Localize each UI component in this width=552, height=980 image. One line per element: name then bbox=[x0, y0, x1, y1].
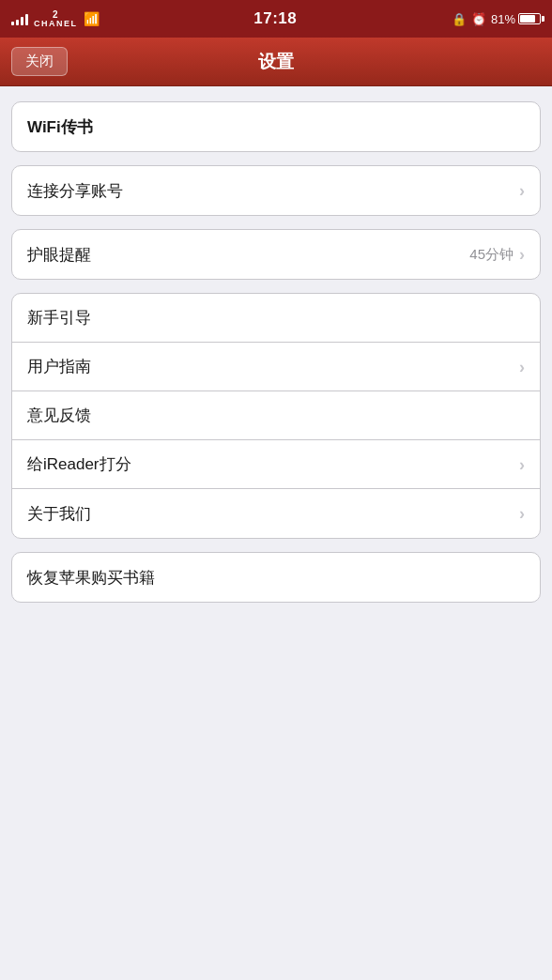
label-restore-purchases: 恢复苹果购买书籍 bbox=[27, 567, 155, 589]
value-eye-reminder: 45分钟 bbox=[469, 246, 514, 264]
alarm-icon: ⏰ bbox=[471, 12, 486, 26]
battery-icon bbox=[518, 13, 541, 24]
list-item-user-manual[interactable]: 用户指南› bbox=[12, 343, 540, 391]
chevron-right-icon: › bbox=[519, 182, 525, 199]
chevron-right-icon: › bbox=[519, 359, 525, 375]
list-item-new-guide[interactable]: 新手引导 bbox=[12, 294, 540, 343]
right-about-us: › bbox=[519, 505, 525, 522]
list-item-connect-share[interactable]: 连接分享账号› bbox=[12, 166, 540, 215]
label-wifi-transfer: WiFi传书 bbox=[27, 116, 93, 138]
label-rate-ireader: 给iReader打分 bbox=[27, 453, 131, 475]
lock-icon: 🔒 bbox=[452, 12, 467, 26]
status-left: 2 CHANEL 📶 bbox=[11, 9, 100, 29]
battery-percent: 81% bbox=[491, 12, 515, 26]
list-item-wifi-transfer[interactable]: WiFi传书 bbox=[12, 102, 540, 151]
list-item-feedback[interactable]: 意见反馈 bbox=[12, 391, 540, 440]
settings-content: WiFi传书连接分享账号›护眼提醒45分钟›新手引导用户指南›意见反馈给iRea… bbox=[0, 86, 552, 618]
section-restore: 恢复苹果购买书籍 bbox=[11, 552, 541, 603]
section-account: 连接分享账号› bbox=[11, 165, 541, 216]
nav-bar: 关闭 设置 bbox=[0, 38, 552, 86]
chevron-right-icon: › bbox=[519, 505, 525, 522]
list-item-about-us[interactable]: 关于我们› bbox=[12, 489, 540, 538]
right-eye-reminder: 45分钟› bbox=[469, 246, 525, 264]
label-user-manual: 用户指南 bbox=[27, 356, 91, 377]
close-button[interactable]: 关闭 bbox=[11, 47, 68, 76]
list-item-rate-ireader[interactable]: 给iReader打分› bbox=[12, 440, 540, 489]
status-bar: 2 CHANEL 📶 17:18 🔒 ⏰ 81% bbox=[0, 0, 552, 38]
section-wifi: WiFi传书 bbox=[11, 101, 541, 152]
section-eyecare: 护眼提醒45分钟› bbox=[11, 229, 541, 280]
nav-title: 设置 bbox=[258, 50, 294, 74]
signal-icon bbox=[11, 12, 28, 25]
list-item-eye-reminder[interactable]: 护眼提醒45分钟› bbox=[12, 230, 540, 279]
label-about-us: 关于我们 bbox=[27, 503, 91, 525]
section-misc: 新手引导用户指南›意见反馈给iReader打分›关于我们› bbox=[11, 293, 541, 539]
list-item-restore-purchases[interactable]: 恢复苹果购买书籍 bbox=[12, 553, 540, 602]
wifi-status-icon: 📶 bbox=[84, 11, 100, 26]
chevron-right-icon: › bbox=[519, 246, 525, 263]
right-connect-share: › bbox=[519, 182, 525, 199]
battery-container: 81% bbox=[491, 12, 541, 26]
right-user-manual: › bbox=[519, 359, 525, 375]
carrier-label: 2 CHANEL bbox=[34, 9, 78, 29]
label-feedback: 意见反馈 bbox=[27, 405, 91, 426]
chevron-right-icon: › bbox=[519, 456, 525, 473]
label-eye-reminder: 护眼提醒 bbox=[27, 244, 91, 266]
status-right: 🔒 ⏰ 81% bbox=[452, 12, 541, 26]
label-new-guide: 新手引导 bbox=[27, 307, 91, 329]
label-connect-share: 连接分享账号 bbox=[27, 180, 123, 202]
right-rate-ireader: › bbox=[519, 456, 525, 473]
status-time: 17:18 bbox=[253, 9, 297, 28]
